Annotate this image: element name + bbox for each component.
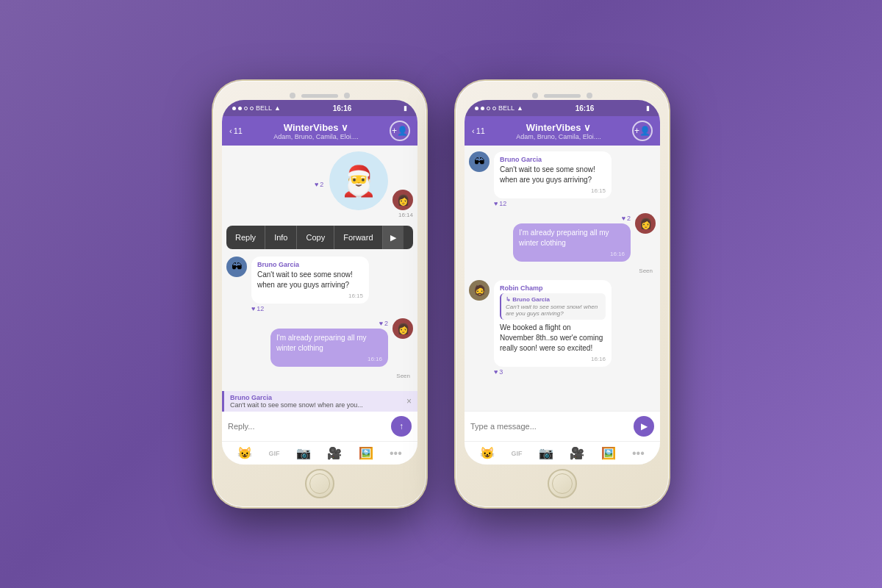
send-button-1[interactable]: ↑: [391, 416, 412, 437]
signal-dot-2-1: [475, 107, 478, 110]
robin-avatar: 🧔: [469, 280, 490, 301]
front-camera-2: [532, 93, 538, 98]
bruno-bubble-1: Bruno Garcia Can't wait to see some snow…: [251, 257, 369, 304]
info-button[interactable]: Info: [265, 226, 297, 249]
signal-dot-2-4: [492, 107, 496, 110]
signal-carrier-2: BELL ▲: [475, 104, 523, 112]
compose-area-1: ↑: [222, 412, 417, 441]
signal-dot-3: [244, 107, 248, 110]
forward-button[interactable]: Forward: [334, 226, 382, 249]
robin-bubble: Robin Champ ↳ Bruno Garcia Can't wait to…: [494, 280, 612, 367]
chat-title-1: WinterVibes ∨ Adam, Bruno, Camila, Eloi.…: [243, 122, 390, 140]
sticker-icon-2[interactable]: 😺: [480, 446, 495, 460]
chat-area-1: ♥ 2 🎅 👩 16:14 Reply Info Copy Forwar: [222, 146, 417, 391]
speaker: [301, 94, 338, 98]
robin-quote-text: Can't wait to see some snow! when are yo…: [506, 304, 601, 317]
signal-dot-2-3: [487, 107, 490, 110]
video-icon-1[interactable]: 🎥: [327, 446, 342, 460]
sticker-icon-1[interactable]: 😺: [237, 446, 252, 460]
status-bar-1: BELL ▲ 16:16 ▮: [222, 100, 417, 116]
robin-quote-author: ↳ Bruno Garcia: [506, 296, 601, 303]
home-button-1[interactable]: [305, 469, 334, 498]
video-icon-2[interactable]: 🎥: [570, 446, 584, 460]
send-button-2[interactable]: ▶: [634, 416, 654, 437]
heart-icon-b2: ♥: [494, 200, 498, 207]
robin-quote-block: ↳ Bruno Garcia Can't wait to see some sn…: [500, 293, 606, 320]
heart-icon-outgoing-1: ♥: [379, 320, 383, 327]
sensor-2: [587, 93, 592, 98]
toolbar-1: 😺 GIF 📷 🎥 🖼️ •••: [222, 441, 417, 465]
gallery-icon-1[interactable]: 🖼️: [359, 446, 373, 460]
heart-icon-sticker: ♥: [315, 181, 318, 188]
robin-hearts: ♥ 3: [494, 368, 656, 376]
gallery-icon-2[interactable]: 🖼️: [601, 446, 616, 460]
status-bar-2: BELL ▲ 16:16 ▮: [465, 100, 660, 116]
add-member-button-1[interactable]: +👤: [390, 121, 410, 141]
carrier-label-2: BELL: [498, 104, 514, 112]
more-icon-2[interactable]: •••: [632, 447, 645, 460]
screen-2: BELL ▲ 16:16 ▮ ‹ 11 WinterVibes ∨ Adam, …: [465, 100, 660, 465]
outgoing-message-row-2: ♥ 2 I'm already preparing all my winter …: [469, 213, 656, 262]
camera-icon-2[interactable]: 📷: [539, 446, 553, 460]
group-name-1: WinterVibes ∨: [243, 122, 390, 133]
play-button[interactable]: ▶: [383, 226, 404, 249]
robin-text: We booked a flight on November 8th..so w…: [500, 323, 606, 354]
bruno-message-row-2: 🕶 Bruno Garcia Can't wait to see some sn…: [469, 151, 656, 207]
reply-button[interactable]: Reply: [226, 226, 265, 249]
phone-1: BELL ▲ 16:16 ▮ ‹ 11 WinterVibes ∨ Adam, …: [213, 81, 426, 507]
battery-area-2: ▮: [646, 104, 650, 112]
outgoing-hearts-counter-2: ♥ 2: [513, 215, 631, 222]
wifi-icon-2: ▲: [517, 104, 523, 112]
robin-heart-count: 3: [499, 368, 503, 376]
back-button-2[interactable]: ‹ 11: [472, 126, 485, 135]
bruno-avatar-2: 🕶: [469, 151, 490, 172]
compose-input-1[interactable]: [228, 422, 387, 431]
bruno-time-2: 16:15: [500, 187, 606, 194]
compose-area-2: ▶: [465, 411, 660, 441]
group-members-2: Adam, Bruno, Camila, Eloi....: [485, 133, 632, 140]
add-member-button-2[interactable]: +👤: [632, 121, 653, 141]
reply-quote-bar: Bruno Garcia Can't wait to see some snow…: [222, 391, 417, 412]
home-button-2[interactable]: [548, 469, 577, 498]
reply-quote-name: Bruno Garcia: [230, 394, 363, 401]
front-camera: [290, 93, 295, 98]
sensor: [344, 93, 350, 98]
compose-input-2[interactable]: [470, 422, 629, 431]
phone-top-notch-2: [465, 90, 660, 100]
close-reply-button[interactable]: ×: [406, 396, 412, 406]
phone-2: BELL ▲ 16:16 ▮ ‹ 11 WinterVibes ∨ Adam, …: [456, 81, 669, 507]
outgoing-time-1: 16:16: [276, 356, 382, 362]
home-button-ring-2: [552, 473, 573, 494]
more-icon-1[interactable]: •••: [390, 447, 402, 460]
sticker-hearts-val: 2: [320, 181, 323, 188]
outgoing-text-2: I'm already preparing all my winter clot…: [519, 228, 625, 248]
outgoing-hearts-counter-1: ♥ 2: [270, 320, 388, 327]
status-time-2: 16:16: [576, 104, 595, 112]
phone-top-notch: [222, 90, 417, 100]
camera-icon-1[interactable]: 📷: [296, 446, 311, 460]
bruno-text-1: Can't wait to see some snow! when are yo…: [257, 270, 363, 290]
outgoing-avatar-2: 👩: [635, 213, 656, 234]
bruno-time-1: 16:15: [257, 293, 363, 299]
outgoing-avatar-1: 👩: [392, 318, 413, 339]
screen-1: BELL ▲ 16:16 ▮ ‹ 11 WinterVibes ∨ Adam, …: [222, 100, 417, 465]
bruno-text-2: Can't wait to see some snow! when are yo…: [500, 165, 606, 185]
bruno-name-2: Bruno Garcia: [500, 156, 606, 163]
outgoing-bubble-1: I'm already preparing all my winter clot…: [270, 329, 388, 367]
reply-quote-preview: Can't wait to see some snow! when are yo…: [230, 401, 363, 409]
gif-icon-2[interactable]: GIF: [512, 450, 523, 457]
wifi-icon: ▲: [274, 104, 281, 112]
signal-dot-2: [238, 107, 242, 110]
gif-icon-1[interactable]: GIF: [269, 450, 280, 457]
heart-icon-out2: ♥: [622, 215, 625, 222]
back-count-1: 11: [234, 126, 243, 135]
speaker-2: [544, 94, 581, 98]
add-person-icon-2: +👤: [634, 126, 650, 136]
sticker-heart-count: ♥ 2: [315, 181, 323, 188]
robin-time: 16:16: [500, 356, 606, 362]
heart-icon-robin: ♥: [494, 368, 498, 376]
back-chevron-icon: ‹: [229, 126, 232, 135]
copy-button[interactable]: Copy: [297, 226, 334, 249]
battery-icon-2: ▮: [646, 104, 650, 112]
back-button-1[interactable]: ‹ 11: [229, 126, 243, 135]
